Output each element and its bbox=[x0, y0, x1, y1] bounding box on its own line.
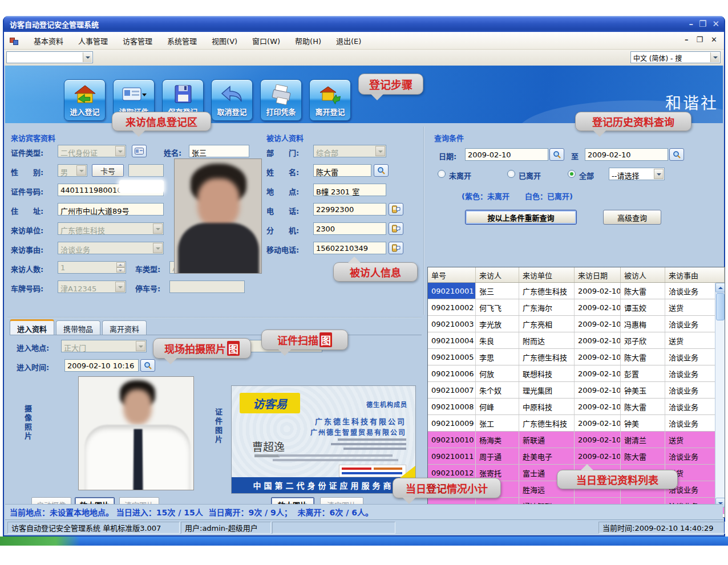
table-cell[interactable]: 钟美 bbox=[621, 415, 665, 431]
close-icon[interactable]: ✕ bbox=[712, 18, 719, 30]
table-row[interactable]: 090210010杨海类新联通2009-02-10谢清兰送货 bbox=[428, 432, 725, 448]
table-cell[interactable]: 广东亮相 bbox=[519, 316, 575, 332]
menu-item-8[interactable]: 退出(E) bbox=[336, 35, 361, 46]
visitor-name-input[interactable]: 张三 bbox=[189, 145, 249, 157]
table-cell[interactable]: 090210001 bbox=[428, 283, 476, 299]
os-taskbar[interactable] bbox=[0, 536, 728, 546]
table-row[interactable]: 090210002何飞飞广东海尔2009-02-10谭玉姣送货 bbox=[428, 299, 725, 316]
interviewee-name-input[interactable]: 陈大雷 bbox=[313, 164, 371, 177]
table-cell[interactable]: 李光放 bbox=[476, 316, 519, 332]
table-cell[interactable]: 陈大雷 bbox=[621, 448, 665, 464]
menu-item-6[interactable]: 窗口(W) bbox=[252, 35, 280, 46]
entry-time-input[interactable]: 2009-02-10 10:16 bbox=[64, 359, 139, 372]
phone-input[interactable]: 22992300 bbox=[313, 203, 386, 216]
table-cell[interactable]: 090210002 bbox=[428, 299, 476, 315]
date-to-input[interactable]: 2009-02-10 bbox=[585, 148, 668, 161]
table-cell[interactable]: 附而达 bbox=[519, 332, 575, 348]
table-row[interactable]: 090210007朱个奴理光集团2009-02-10钟美玉洽谈业务 bbox=[428, 382, 725, 399]
table-cell[interactable]: 钟美玉 bbox=[621, 382, 665, 398]
leave-register-button[interactable]: 离开登记 bbox=[309, 79, 351, 121]
table-row[interactable]: 090210003李光放广东亮相2009-02-10冯惠梅洽谈业务 bbox=[428, 316, 725, 332]
mdi-close-icon[interactable]: ✕ bbox=[711, 35, 717, 44]
minimize-icon[interactable]: – bbox=[689, 18, 693, 30]
tab-1[interactable]: 进入资料 bbox=[10, 319, 54, 335]
table-row[interactable]: 090210006何放联想科技2009-02-10彭置洽谈业务 bbox=[428, 365, 725, 382]
dial-ext-button[interactable] bbox=[389, 222, 403, 235]
read-id-card-button[interactable] bbox=[132, 145, 147, 157]
menu-item-2[interactable]: 人事管理 bbox=[78, 35, 108, 46]
address-input[interactable]: 广州市中山大道89号 bbox=[58, 203, 164, 216]
chevron-down-icon[interactable] bbox=[83, 52, 92, 62]
table-cell[interactable]: 张三 bbox=[476, 283, 519, 299]
menu-item-7[interactable]: 帮助(H) bbox=[295, 35, 321, 46]
start-button[interactable] bbox=[0, 536, 80, 546]
table-cell[interactable]: 朱良 bbox=[476, 332, 519, 348]
date-from-input[interactable]: 2009-02-10 bbox=[465, 148, 548, 161]
table-row[interactable]: 090210001张三广东德生科技2009-02-10陈大雷洽谈业务 bbox=[428, 283, 725, 299]
entry-location-select[interactable]: 正大门 bbox=[61, 340, 147, 352]
quick-combo[interactable] bbox=[6, 51, 93, 63]
column-header[interactable]: 来访单位 bbox=[519, 267, 575, 282]
mdi-restore-icon[interactable]: ❐ bbox=[696, 35, 703, 44]
menu-item-4[interactable]: 系统管理 bbox=[167, 35, 197, 46]
column-header[interactable]: 来访人 bbox=[476, 267, 519, 282]
table-cell[interactable]: 何放 bbox=[476, 365, 519, 381]
mobile-input[interactable]: 15602210349 bbox=[313, 242, 386, 254]
dial-mobile-button[interactable] bbox=[389, 242, 403, 254]
table-cell[interactable]: 2009-02-10 bbox=[575, 382, 621, 398]
table-cell[interactable]: 2009-02-10 bbox=[575, 332, 621, 348]
table-cell[interactable]: 杨海类 bbox=[476, 432, 519, 448]
filter-select[interactable]: --请选择 bbox=[609, 168, 665, 180]
column-header[interactable]: 来访日期 bbox=[575, 267, 621, 282]
table-cell[interactable]: 理光集团 bbox=[519, 382, 575, 398]
table-cell[interactable]: 090210005 bbox=[428, 349, 476, 365]
table-cell[interactable]: 2009-02-10 bbox=[575, 316, 621, 332]
column-header[interactable]: 被访人 bbox=[621, 267, 665, 282]
vertical-scrollbar[interactable] bbox=[715, 283, 725, 507]
table-cell[interactable]: 090210011 bbox=[428, 448, 476, 464]
entry-time-picker-button[interactable] bbox=[140, 359, 155, 372]
reason-select[interactable]: 洽谈业务 bbox=[58, 242, 164, 254]
table-cell[interactable]: 何峰 bbox=[476, 399, 519, 414]
table-cell[interactable]: 何飞飞 bbox=[476, 299, 519, 315]
tab-3[interactable]: 离开资料 bbox=[102, 320, 147, 335]
cancel-register-button[interactable]: 取消登记 bbox=[211, 79, 253, 121]
parking-input[interactable] bbox=[169, 281, 245, 293]
requery-button[interactable]: 按以上条件重新查询 bbox=[465, 210, 577, 225]
table-cell[interactable]: 2009-02-10 bbox=[575, 283, 621, 299]
language-selector[interactable]: 中文 (简体) - 搜 bbox=[630, 51, 721, 63]
table-row[interactable]: 090210005李思广东德生科技2009-02-10陈大雷洽谈业务 bbox=[428, 349, 725, 365]
gender-select[interactable]: 男 bbox=[58, 164, 87, 177]
date-to-picker-button[interactable] bbox=[669, 148, 684, 161]
table-cell[interactable]: 090210010 bbox=[428, 432, 476, 448]
stepper-down-icon[interactable] bbox=[116, 267, 125, 273]
scroll-thumb[interactable] bbox=[716, 293, 725, 320]
table-cell[interactable]: 广东德生科技 bbox=[519, 415, 575, 431]
radio-not-left[interactable] bbox=[438, 170, 446, 178]
visitor-count-stepper[interactable]: 1 bbox=[58, 261, 126, 274]
table-cell[interactable]: 邓子欣 bbox=[621, 332, 665, 348]
mdi-minimize-icon[interactable]: – bbox=[685, 35, 689, 44]
scroll-up-icon[interactable] bbox=[715, 283, 725, 292]
table-cell[interactable]: 090210008 bbox=[428, 399, 476, 414]
search-person-button[interactable] bbox=[374, 164, 389, 177]
menu-item-3[interactable]: 访客管理 bbox=[123, 35, 152, 46]
table-cell[interactable]: 2009-02-10 bbox=[575, 349, 621, 365]
table-cell[interactable]: 彭置 bbox=[621, 365, 665, 381]
table-cell[interactable]: 李思 bbox=[476, 349, 519, 365]
ext-input[interactable]: 2300 bbox=[313, 222, 386, 235]
table-cell[interactable]: 090210006 bbox=[428, 365, 476, 381]
table-cell[interactable]: 2009-02-10 bbox=[575, 448, 621, 464]
cert-type-select[interactable]: 二代身份证 bbox=[58, 145, 126, 157]
table-cell[interactable]: 2009-02-10 bbox=[575, 365, 621, 381]
table-cell[interactable]: 联想科技 bbox=[519, 365, 575, 381]
table-cell[interactable]: 090210007 bbox=[428, 382, 476, 398]
location-input[interactable]: B幢 2301 室 bbox=[313, 184, 386, 196]
table-cell[interactable]: 2009-02-10 bbox=[575, 299, 621, 315]
restore-icon[interactable]: ❐ bbox=[699, 18, 706, 30]
tab-2[interactable]: 携带物品 bbox=[56, 320, 100, 335]
table-cell[interactable]: 2009-02-10 bbox=[575, 432, 621, 448]
column-header[interactable]: 单号 bbox=[428, 267, 476, 282]
card-no-button[interactable]: 卡号 bbox=[92, 164, 124, 177]
table-cell[interactable]: 冯惠梅 bbox=[621, 316, 665, 332]
